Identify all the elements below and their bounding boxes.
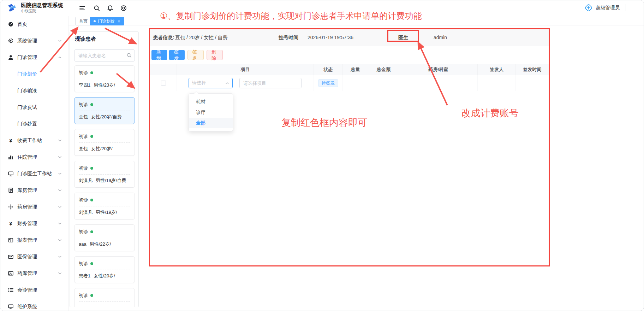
- col-issuer: 签发人: [478, 64, 516, 75]
- delete-button[interactable]: 删除: [207, 50, 223, 60]
- chevron-down-icon: [58, 155, 62, 159]
- patient-card[interactable]: 初诊 患者1女性/20岁/: [74, 256, 135, 283]
- brand: 医院信息管理系统 中联医院: [6, 2, 63, 13]
- active-tab-dot: [94, 20, 96, 22]
- chevron-down-icon: [58, 271, 62, 275]
- image-icon: [8, 270, 14, 276]
- visit-type-label: 初诊: [79, 260, 88, 267]
- visit-type-label: 初诊: [79, 197, 88, 203]
- dropdown-option-consumables[interactable]: 耗材: [189, 96, 233, 107]
- patient-name: 李四1: [79, 82, 90, 88]
- visit-type-label: 初诊: [79, 292, 88, 299]
- item-type-select[interactable]: 请选择: [189, 78, 233, 88]
- sidebar-item-label: 库房管理: [17, 187, 58, 194]
- sidebar-item-outpatient-infusion[interactable]: 门诊输液: [0, 82, 68, 99]
- app-title: 医院信息管理系统: [21, 2, 63, 8]
- patient-card[interactable]: 初诊 刘潇凡男性/19岁/自费: [74, 161, 135, 188]
- sidebar-item-pharmacy[interactable]: 药房管理: [0, 199, 68, 215]
- patient-meta: 男性/19岁/自费: [96, 178, 126, 183]
- sidebar-item-outpatient-skin-test[interactable]: 门诊皮试: [0, 99, 68, 116]
- visit-type-label: 初诊: [79, 229, 88, 235]
- tab-label: 门诊划价: [98, 18, 115, 24]
- sidebar-item-label: 首页: [17, 21, 62, 28]
- patient-name: 刘潇凡: [79, 210, 93, 215]
- sidebar-item-system[interactable]: 系统管理: [0, 33, 68, 49]
- patient-card[interactable]: 初诊 刘潇凡男性/19岁/: [74, 193, 135, 219]
- search-icon[interactable]: [93, 5, 100, 12]
- sidebar-item-doctor-station[interactable]: 门诊医生工作站: [0, 165, 68, 182]
- patient-name: 患者1: [79, 273, 90, 278]
- patient-card-selected[interactable]: 初诊 豆包女性/20岁/自费: [74, 97, 135, 124]
- list-icon: [8, 287, 14, 293]
- bar-chart-icon: [8, 154, 14, 160]
- sidebar-item-maintenance[interactable]: 维护系统: [0, 298, 68, 311]
- visit-type-label: 初诊: [79, 133, 88, 140]
- visit-type-label: 初诊: [79, 165, 88, 171]
- status-dot: [90, 199, 93, 201]
- status-dot: [90, 230, 93, 233]
- sidebar-item-label: 财务管理: [17, 221, 58, 227]
- user-icon: [8, 54, 14, 60]
- tab-close-icon[interactable]: ×: [118, 19, 120, 24]
- item-search-field: [239, 78, 302, 88]
- sidebar-item-label: 系统管理: [17, 38, 58, 44]
- item-search-input[interactable]: [239, 78, 302, 88]
- status-dot: [90, 167, 93, 170]
- sidebar-item-inpatient[interactable]: 住院管理: [0, 149, 68, 165]
- sidebar-item-label: 药房管理: [17, 204, 58, 210]
- visit-type-label: 初诊: [79, 101, 88, 108]
- sidebar-item-label: 门诊医生工作站: [17, 171, 58, 177]
- sidebar-item-finance[interactable]: ¥ 财务管理: [0, 215, 68, 232]
- dropdown-option-all[interactable]: 全部: [189, 118, 233, 128]
- button-label: 签退: [192, 49, 199, 61]
- sidebar-item-label: 医保管理: [17, 254, 58, 260]
- sidebar-item-drug-storage[interactable]: 药库管理: [0, 265, 68, 282]
- patient-card[interactable]: 初诊 李四1男性/23岁/: [74, 65, 135, 92]
- dropdown-option-treatment[interactable]: 诊疗: [189, 107, 233, 118]
- help-icon[interactable]: [120, 5, 127, 12]
- chevron-down-icon: [58, 139, 62, 142]
- patient-meta: 女性/20岁/: [91, 146, 113, 151]
- status-dot: [90, 71, 93, 74]
- add-button[interactable]: 新增: [151, 50, 167, 60]
- sidebar-item-label: 会诊管理: [17, 287, 62, 293]
- col-total-qty: 总量: [343, 64, 368, 75]
- status-dot: [90, 103, 93, 106]
- patient-search-input[interactable]: [74, 49, 135, 61]
- sidebar-item-outpatient-pricing[interactable]: 门诊划价: [0, 66, 68, 82]
- col-pharmacy-dept: 药房/科室: [399, 64, 478, 75]
- sidebar-item-home[interactable]: 首页: [0, 16, 68, 33]
- report-icon: [8, 237, 14, 243]
- patient-meta: 男性/23岁/: [94, 82, 115, 88]
- patient-card[interactable]: 初诊 豆包女性/20岁/: [74, 129, 135, 156]
- tab-home[interactable]: 首页: [75, 17, 91, 25]
- revoke-button[interactable]: 签退: [187, 50, 204, 60]
- button-label: 删除: [211, 49, 218, 61]
- status-dot: [90, 135, 93, 138]
- collapse-menu-icon[interactable]: [79, 5, 86, 12]
- sidebar-item-charging-station[interactable]: ¥ 收费工作站: [0, 132, 68, 149]
- sidebar-item-outpatient[interactable]: 门诊管理: [0, 49, 68, 66]
- monitor-icon: [8, 171, 14, 177]
- sidebar-item-consultation[interactable]: 会诊管理: [0, 282, 68, 298]
- patient-info-label: 患者信息:: [153, 35, 174, 41]
- tab-outpatient-pricing[interactable]: 门诊划价 ×: [90, 17, 124, 25]
- row-checkbox[interactable]: [161, 81, 166, 86]
- user-role-label: 超级管理员: [596, 5, 620, 11]
- user-menu[interactable]: 超级管理员: [584, 4, 626, 12]
- sidebar-item-outpatient-treatment[interactable]: 门诊处置: [0, 116, 68, 132]
- sidebar-item-storehouse[interactable]: 库房管理: [0, 182, 68, 199]
- chevron-down-icon: [58, 188, 62, 192]
- sidebar-item-reports[interactable]: 报表管理: [0, 232, 68, 248]
- sidebar-item-medical-insurance[interactable]: 医保管理: [0, 248, 68, 265]
- yen-icon: ¥: [8, 137, 14, 143]
- chevron-down-icon: [58, 205, 62, 209]
- col-item: 项目: [177, 64, 314, 75]
- patient-card[interactable]: 初诊: [74, 288, 135, 307]
- issue-button[interactable]: 签发: [169, 50, 185, 60]
- patient-name: 豆包: [79, 146, 88, 151]
- patient-card[interactable]: 初诊 aaa男性/22岁/: [74, 224, 135, 251]
- bell-icon[interactable]: [107, 5, 114, 12]
- search-icon[interactable]: [126, 53, 132, 58]
- tab-label: 首页: [79, 18, 88, 24]
